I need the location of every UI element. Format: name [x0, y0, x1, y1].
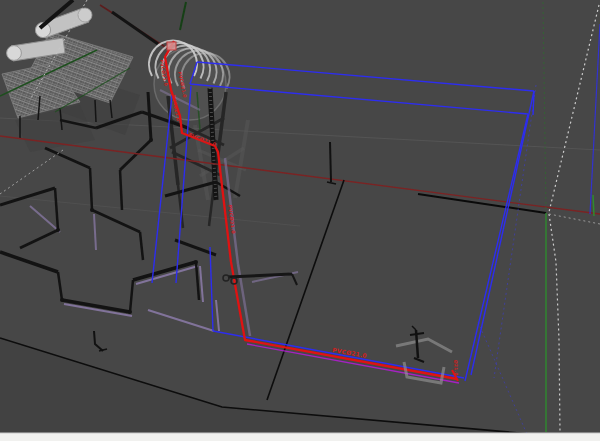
cad-viewport[interactable]: PVCØ21.0PVCØ21.0PVCØ21.0PVCØ21.0PVCØ21.0…	[0, 0, 600, 441]
solar-tank-b-cap	[7, 46, 22, 61]
scene-geometry	[0, 0, 600, 441]
pipe-elbow-4	[194, 260, 198, 264]
pipe-elbow-2	[60, 298, 64, 302]
pipe-diameter-label: Ø21.0	[453, 360, 459, 376]
floor-stub-pipe	[330, 142, 331, 182]
pipe-elbow-6	[149, 138, 153, 142]
red-pipe-start-marker	[167, 42, 176, 50]
panel-leg-2	[95, 100, 96, 122]
pipe-elbow-5	[90, 208, 94, 212]
pipe-elbow-3	[128, 310, 132, 314]
green-segment-right-edge	[593, 195, 594, 216]
window-bottom-strip	[0, 433, 600, 441]
viewport-canvas[interactable]: PVCØ21.0PVCØ21.0PVCØ21.0PVCØ21.0PVCØ21.0…	[0, 0, 600, 441]
solar-tank-a-endcap	[78, 8, 92, 22]
pipe-elbow-1	[56, 228, 60, 232]
